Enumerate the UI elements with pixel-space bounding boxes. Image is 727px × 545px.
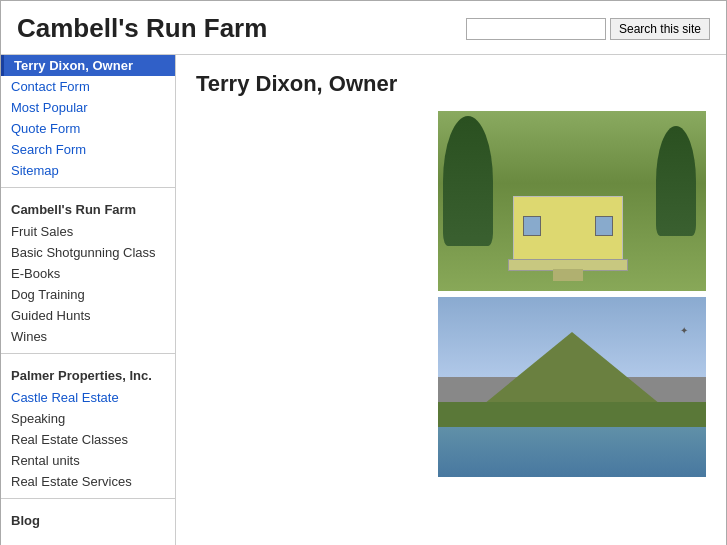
main-layout: Terry Dixon, Owner Contact Form Most Pop…: [1, 55, 726, 545]
sidebar-label-fruit-sales: Fruit Sales: [11, 224, 73, 239]
sidebar-item-fruit-sales[interactable]: Fruit Sales: [1, 221, 175, 242]
photos-container: ✦: [438, 111, 706, 477]
sidebar-section-title-blog: Blog: [1, 505, 175, 532]
sidebar-link-terry-dixon[interactable]: Terry Dixon, Owner: [14, 58, 133, 73]
sidebar-item-rental-units[interactable]: Rental units: [1, 450, 175, 471]
sidebar-link-most-popular[interactable]: Most Popular: [11, 100, 88, 115]
sidebar-item-contact-form[interactable]: Contact Form: [1, 76, 175, 97]
search-button[interactable]: Search this site: [610, 18, 710, 40]
sidebar-label-speaking: Speaking: [11, 411, 65, 426]
sidebar-section-title-palmer: Palmer Properties, Inc.: [1, 360, 175, 387]
photo-water: [438, 427, 706, 477]
sidebar-section-title-cambell: Cambell's Run Farm: [1, 194, 175, 221]
search-input[interactable]: [466, 18, 606, 40]
sidebar-link-quote-form[interactable]: Quote Form: [11, 121, 80, 136]
sidebar-item-speaking[interactable]: Speaking: [1, 408, 175, 429]
sidebar-item-real-estate-services[interactable]: Real Estate Services: [1, 471, 175, 492]
search-area: Search this site: [466, 18, 710, 40]
sidebar-label-shotgunning: Basic Shotgunning Class: [11, 245, 156, 260]
steps: [553, 269, 583, 281]
sidebar-label-real-estate-classes: Real Estate Classes: [11, 432, 128, 447]
sidebar-item-sitemap[interactable]: Sitemap: [1, 160, 175, 181]
sidebar-item-castle-real-estate[interactable]: Castle Real Estate: [1, 387, 175, 408]
content-area: Terry Dixon, Owner: [176, 55, 726, 545]
sidebar: Terry Dixon, Owner Contact Form Most Pop…: [1, 55, 176, 545]
sidebar-item-wines[interactable]: Wines: [1, 326, 175, 347]
sidebar-label-guided-hunts: Guided Hunts: [11, 308, 91, 323]
sidebar-link-sitemap[interactable]: Sitemap: [11, 163, 59, 178]
sidebar-link-contact-form[interactable]: Contact Form: [11, 79, 90, 94]
page-wrapper: Cambell's Run Farm Search this site Terr…: [0, 0, 727, 545]
sidebar-item-terry-dixon[interactable]: Terry Dixon, Owner: [1, 55, 175, 76]
tree-left: [443, 116, 493, 246]
page-title: Terry Dixon, Owner: [196, 71, 706, 97]
sidebar-divider-3: [1, 498, 175, 499]
sidebar-label-real-estate-services: Real Estate Services: [11, 474, 132, 489]
sidebar-link-castle-real-estate[interactable]: Castle Real Estate: [11, 390, 119, 405]
sidebar-section-palmer: Palmer Properties, Inc. Castle Real Esta…: [1, 360, 175, 492]
header: Cambell's Run Farm Search this site: [1, 1, 726, 55]
sidebar-divider-1: [1, 187, 175, 188]
small-bird-icon: ✦: [680, 325, 688, 336]
photo-house: [438, 111, 706, 291]
sidebar-item-ebooks[interactable]: E-Books: [1, 263, 175, 284]
sidebar-item-most-popular[interactable]: Most Popular: [1, 97, 175, 118]
tree-right: [656, 126, 696, 236]
sidebar-label-wines: Wines: [11, 329, 47, 344]
sidebar-divider-2: [1, 353, 175, 354]
sidebar-item-shotgunning[interactable]: Basic Shotgunning Class: [1, 242, 175, 263]
sidebar-item-quote-form[interactable]: Quote Form: [1, 118, 175, 139]
photo-landscape: ✦: [438, 297, 706, 477]
sidebar-label-dog-training: Dog Training: [11, 287, 85, 302]
sidebar-section-cambell: Cambell's Run Farm Fruit Sales Basic Sho…: [1, 194, 175, 347]
site-title: Cambell's Run Farm: [17, 13, 267, 44]
sidebar-label-rental-units: Rental units: [11, 453, 80, 468]
house-window-right: [595, 216, 613, 236]
house-window-left: [523, 216, 541, 236]
sidebar-nav-section: Terry Dixon, Owner Contact Form Most Pop…: [1, 55, 175, 181]
sidebar-label-ebooks: E-Books: [11, 266, 60, 281]
sidebar-link-search-form[interactable]: Search Form: [11, 142, 86, 157]
sidebar-item-search-form[interactable]: Search Form: [1, 139, 175, 160]
house-container: [508, 181, 628, 261]
sidebar-item-guided-hunts[interactable]: Guided Hunts: [1, 305, 175, 326]
sidebar-section-blog: Blog: [1, 505, 175, 532]
sidebar-item-real-estate-classes[interactable]: Real Estate Classes: [1, 429, 175, 450]
sidebar-item-dog-training[interactable]: Dog Training: [1, 284, 175, 305]
